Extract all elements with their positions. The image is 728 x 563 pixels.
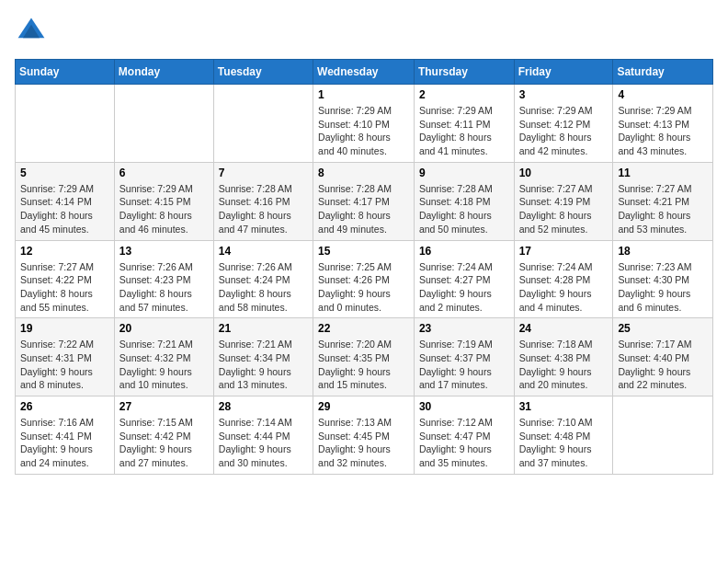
weekday-header-friday: Friday <box>514 60 613 85</box>
calendar-day-cell: 20Sunrise: 7:21 AM Sunset: 4:32 PM Dayli… <box>114 318 213 396</box>
day-detail: Sunrise: 7:27 AM Sunset: 4:19 PM Dayligh… <box>519 182 609 236</box>
day-number: 27 <box>119 400 209 413</box>
day-number: 24 <box>519 322 609 335</box>
day-number: 7 <box>219 167 308 179</box>
day-number: 16 <box>419 245 509 258</box>
day-detail: Sunrise: 7:28 AM Sunset: 4:16 PM Dayligh… <box>219 182 308 236</box>
calendar-day-cell <box>213 85 313 163</box>
calendar-week-row: 19Sunrise: 7:22 AM Sunset: 4:31 PM Dayli… <box>16 318 713 396</box>
weekday-header-saturday: Saturday <box>613 60 713 85</box>
calendar-header: SundayMondayTuesdayWednesdayThursdayFrid… <box>16 60 713 85</box>
day-number: 17 <box>519 245 609 258</box>
day-detail: Sunrise: 7:27 AM Sunset: 4:21 PM Dayligh… <box>618 182 708 236</box>
calendar-day-cell: 8Sunrise: 7:28 AM Sunset: 4:17 PM Daylig… <box>313 162 415 240</box>
calendar-day-cell <box>114 85 213 163</box>
day-detail: Sunrise: 7:26 AM Sunset: 4:24 PM Dayligh… <box>219 260 308 315</box>
day-detail: Sunrise: 7:18 AM Sunset: 4:38 PM Dayligh… <box>519 338 609 392</box>
day-detail: Sunrise: 7:23 AM Sunset: 4:30 PM Dayligh… <box>618 260 708 315</box>
day-number: 25 <box>618 322 708 335</box>
calendar-day-cell: 16Sunrise: 7:24 AM Sunset: 4:27 PM Dayli… <box>414 240 514 318</box>
day-detail: Sunrise: 7:13 AM Sunset: 4:45 PM Dayligh… <box>318 416 409 470</box>
day-number: 21 <box>219 322 308 335</box>
day-detail: Sunrise: 7:28 AM Sunset: 4:18 PM Dayligh… <box>419 182 509 236</box>
day-number: 9 <box>419 167 509 179</box>
weekday-header-tuesday: Tuesday <box>213 60 313 85</box>
day-number: 11 <box>618 167 708 179</box>
day-detail: Sunrise: 7:28 AM Sunset: 4:17 PM Dayligh… <box>318 182 409 236</box>
calendar-day-cell: 26Sunrise: 7:16 AM Sunset: 4:41 PM Dayli… <box>16 396 115 475</box>
calendar-day-cell: 23Sunrise: 7:19 AM Sunset: 4:37 PM Dayli… <box>414 318 514 396</box>
calendar-day-cell <box>16 85 115 163</box>
calendar-day-cell: 12Sunrise: 7:27 AM Sunset: 4:22 PM Dayli… <box>16 240 115 318</box>
weekday-header-wednesday: Wednesday <box>313 60 415 85</box>
day-detail: Sunrise: 7:17 AM Sunset: 4:40 PM Dayligh… <box>618 338 708 392</box>
calendar-day-cell: 18Sunrise: 7:23 AM Sunset: 4:30 PM Dayli… <box>613 240 713 318</box>
calendar-day-cell: 9Sunrise: 7:28 AM Sunset: 4:18 PM Daylig… <box>414 162 514 240</box>
day-number: 5 <box>20 167 109 179</box>
day-number: 29 <box>318 400 409 413</box>
calendar-day-cell: 17Sunrise: 7:24 AM Sunset: 4:28 PM Dayli… <box>514 240 613 318</box>
calendar-week-row: 12Sunrise: 7:27 AM Sunset: 4:22 PM Dayli… <box>16 240 713 318</box>
day-number: 22 <box>318 322 409 335</box>
calendar-day-cell: 25Sunrise: 7:17 AM Sunset: 4:40 PM Dayli… <box>613 318 713 396</box>
calendar-week-row: 5Sunrise: 7:29 AM Sunset: 4:14 PM Daylig… <box>16 162 713 240</box>
calendar-day-cell: 28Sunrise: 7:14 AM Sunset: 4:44 PM Dayli… <box>213 396 313 475</box>
calendar-day-cell: 30Sunrise: 7:12 AM Sunset: 4:47 PM Dayli… <box>414 396 514 475</box>
day-detail: Sunrise: 7:29 AM Sunset: 4:11 PM Dayligh… <box>419 104 509 158</box>
day-number: 28 <box>219 400 308 413</box>
day-number: 26 <box>20 400 109 413</box>
page-header <box>15 15 713 48</box>
calendar-day-cell: 21Sunrise: 7:21 AM Sunset: 4:34 PM Dayli… <box>213 318 313 396</box>
day-detail: Sunrise: 7:16 AM Sunset: 4:41 PM Dayligh… <box>20 416 109 470</box>
day-detail: Sunrise: 7:24 AM Sunset: 4:27 PM Dayligh… <box>419 260 509 315</box>
day-detail: Sunrise: 7:29 AM Sunset: 4:15 PM Dayligh… <box>119 182 209 236</box>
day-detail: Sunrise: 7:12 AM Sunset: 4:47 PM Dayligh… <box>419 416 509 470</box>
calendar-week-row: 26Sunrise: 7:16 AM Sunset: 4:41 PM Dayli… <box>16 396 713 475</box>
calendar-day-cell: 11Sunrise: 7:27 AM Sunset: 4:21 PM Dayli… <box>613 162 713 240</box>
day-number: 18 <box>618 245 708 258</box>
day-number: 15 <box>318 245 409 258</box>
day-number: 6 <box>119 167 209 179</box>
calendar-day-cell: 1Sunrise: 7:29 AM Sunset: 4:10 PM Daylig… <box>313 85 415 163</box>
calendar-day-cell: 19Sunrise: 7:22 AM Sunset: 4:31 PM Dayli… <box>16 318 115 396</box>
day-number: 31 <box>519 400 609 413</box>
calendar-day-cell: 22Sunrise: 7:20 AM Sunset: 4:35 PM Dayli… <box>313 318 415 396</box>
day-number: 13 <box>119 245 209 258</box>
day-detail: Sunrise: 7:15 AM Sunset: 4:42 PM Dayligh… <box>119 416 209 470</box>
day-number: 19 <box>20 322 109 335</box>
day-number: 2 <box>419 88 509 101</box>
day-detail: Sunrise: 7:27 AM Sunset: 4:22 PM Dayligh… <box>20 260 109 315</box>
weekday-header-thursday: Thursday <box>414 60 514 85</box>
calendar-day-cell: 13Sunrise: 7:26 AM Sunset: 4:23 PM Dayli… <box>114 240 213 318</box>
logo <box>15 15 51 48</box>
calendar-day-cell: 29Sunrise: 7:13 AM Sunset: 4:45 PM Dayli… <box>313 396 415 475</box>
day-number: 4 <box>618 88 708 101</box>
calendar-day-cell: 31Sunrise: 7:10 AM Sunset: 4:48 PM Dayli… <box>514 396 613 475</box>
weekday-header-monday: Monday <box>114 60 213 85</box>
day-detail: Sunrise: 7:14 AM Sunset: 4:44 PM Dayligh… <box>219 416 308 470</box>
day-number: 1 <box>318 88 409 101</box>
calendar-week-row: 1Sunrise: 7:29 AM Sunset: 4:10 PM Daylig… <box>16 85 713 163</box>
day-number: 12 <box>20 245 109 258</box>
day-detail: Sunrise: 7:29 AM Sunset: 4:10 PM Dayligh… <box>318 104 409 158</box>
day-number: 20 <box>119 322 209 335</box>
calendar-day-cell: 27Sunrise: 7:15 AM Sunset: 4:42 PM Dayli… <box>114 396 213 475</box>
day-number: 23 <box>419 322 509 335</box>
weekday-header-row: SundayMondayTuesdayWednesdayThursdayFrid… <box>16 60 713 85</box>
weekday-header-sunday: Sunday <box>16 60 115 85</box>
day-detail: Sunrise: 7:10 AM Sunset: 4:48 PM Dayligh… <box>519 416 609 470</box>
calendar-day-cell: 6Sunrise: 7:29 AM Sunset: 4:15 PM Daylig… <box>114 162 213 240</box>
calendar-day-cell <box>613 396 713 475</box>
day-number: 8 <box>318 167 409 179</box>
day-number: 30 <box>419 400 509 413</box>
calendar-day-cell: 10Sunrise: 7:27 AM Sunset: 4:19 PM Dayli… <box>514 162 613 240</box>
day-detail: Sunrise: 7:21 AM Sunset: 4:32 PM Dayligh… <box>119 338 209 392</box>
calendar-body: 1Sunrise: 7:29 AM Sunset: 4:10 PM Daylig… <box>16 85 713 475</box>
day-number: 10 <box>519 167 609 179</box>
day-detail: Sunrise: 7:19 AM Sunset: 4:37 PM Dayligh… <box>419 338 509 392</box>
calendar-day-cell: 4Sunrise: 7:29 AM Sunset: 4:13 PM Daylig… <box>613 85 713 163</box>
day-detail: Sunrise: 7:29 AM Sunset: 4:13 PM Dayligh… <box>618 104 708 158</box>
day-number: 3 <box>519 88 609 101</box>
calendar-day-cell: 3Sunrise: 7:29 AM Sunset: 4:12 PM Daylig… <box>514 85 613 163</box>
day-detail: Sunrise: 7:22 AM Sunset: 4:31 PM Dayligh… <box>20 338 109 392</box>
